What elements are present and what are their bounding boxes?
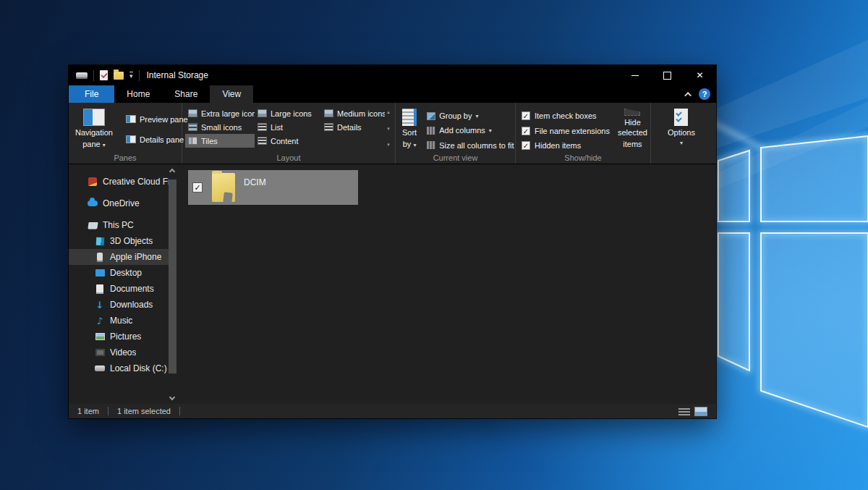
layout-details-button[interactable]: Details <box>321 120 385 134</box>
title-bar: ▾ Internal Storage ✕ <box>69 65 716 85</box>
sidebar-item-pictures[interactable]: Pictures <box>69 329 169 345</box>
sort-by-button[interactable]: Sort by ▾ <box>399 106 420 151</box>
sidebar-item-music[interactable]: ♪ Music <box>69 313 169 329</box>
gallery-more-icon[interactable]: ▾ <box>387 142 390 148</box>
layout-list-button[interactable]: List <box>255 120 321 134</box>
details-view-toggle-icon[interactable] <box>678 407 690 415</box>
scroll-down-icon[interactable] <box>169 394 175 400</box>
details-pane-button[interactable]: Details pane <box>122 132 192 146</box>
close-button[interactable]: ✕ <box>684 65 716 85</box>
sidebar-item-downloads[interactable]: ↓ Downloads <box>69 297 169 313</box>
titlebar-separator <box>93 70 94 81</box>
file-list-area[interactable]: ✓ DCIM <box>179 165 716 404</box>
status-divider <box>108 407 109 415</box>
gallery-scroll-up-icon[interactable]: ▴ <box>387 109 390 115</box>
show-hide-group-label: Show/hide <box>516 153 650 162</box>
item-checkbox-checked-icon[interactable]: ✓ <box>192 182 203 193</box>
customize-toolbar-icon[interactable]: ▾ <box>129 72 133 80</box>
layout-tiles-button[interactable]: Tiles <box>185 134 255 148</box>
help-icon[interactable]: ? <box>699 88 710 100</box>
pictures-icon <box>95 332 105 342</box>
sidebar-item-videos[interactable]: Videos <box>69 345 169 360</box>
add-columns-icon <box>427 127 435 135</box>
sidebar-item-apple-iphone[interactable]: Apple iPhone <box>69 249 169 265</box>
window-title: Internal Storage <box>147 70 208 80</box>
window-controls: ✕ <box>618 65 716 85</box>
dropdown-caret-icon: ▾ <box>680 140 683 147</box>
folder-icon <box>212 173 235 202</box>
file-name: DCIM <box>244 177 266 187</box>
layout-group-label: Layout <box>182 153 395 162</box>
layout-small-icons-button[interactable]: Small icons <box>185 120 255 134</box>
this-pc-icon <box>88 221 98 230</box>
add-columns-button[interactable]: Add columns ▾ <box>423 124 517 137</box>
options-icon <box>674 109 688 126</box>
videos-icon <box>95 348 105 358</box>
hidden-items-checkbox[interactable]: ✓ Hidden items <box>519 139 610 152</box>
layout-content-button[interactable]: Content <box>255 134 321 148</box>
thumbnail-view-toggle-icon[interactable] <box>694 407 707 416</box>
hide-selected-items-button[interactable]: Hide selected items <box>614 106 651 151</box>
new-folder-icon[interactable] <box>114 72 124 80</box>
desktop-icon <box>95 269 105 278</box>
preview-pane-icon <box>126 115 136 123</box>
layout-large-icons-button[interactable]: Large icons <box>255 106 321 120</box>
group-by-button[interactable]: Group by ▾ <box>423 109 517 122</box>
selection-count: 1 item selected <box>117 407 171 415</box>
creative-cloud-icon <box>88 177 98 187</box>
options-button[interactable]: Options ▾ <box>664 106 699 151</box>
drive-icon <box>76 72 88 79</box>
layout-medium-icons-button[interactable]: Medium icons <box>321 106 385 120</box>
gallery-scroll-down-icon[interactable]: ▾ <box>387 126 390 132</box>
dropdown-caret-icon: ▾ <box>103 142 106 148</box>
file-tile-dcim[interactable]: ✓ DCIM <box>188 170 358 205</box>
tab-file[interactable]: File <box>69 85 114 103</box>
dropdown-caret-icon: ▾ <box>489 127 492 134</box>
tab-share[interactable]: Share <box>162 85 210 103</box>
details-icon <box>324 123 333 131</box>
sidebar-item-desktop[interactable]: Desktop <box>69 265 169 281</box>
ribbon-group-current-view: Sort by ▾ Group by ▾ Add columns ▾ Size … <box>396 103 516 164</box>
tab-home[interactable]: Home <box>114 85 162 103</box>
properties-icon[interactable] <box>100 70 108 80</box>
sidebar-item-onedrive[interactable]: OneDrive <box>69 195 169 211</box>
sidebar-item-documents[interactable]: Documents <box>69 281 169 297</box>
extra-large-icons-icon <box>188 109 197 117</box>
tab-view[interactable]: View <box>210 85 253 103</box>
minimize-button[interactable] <box>618 65 651 85</box>
checkbox-checked-icon[interactable]: ✓ <box>522 111 530 120</box>
music-note-icon: ♪ <box>95 316 105 326</box>
sidebar-item-local-disk-c[interactable]: Local Disk (C:) <box>69 360 169 376</box>
checkbox-checked-icon[interactable]: ✓ <box>522 141 530 150</box>
downloads-icon: ↓ <box>95 300 105 310</box>
group-by-icon <box>427 112 435 120</box>
minimize-ribbon-icon[interactable] <box>684 91 692 98</box>
dropdown-caret-icon: ▾ <box>413 142 416 148</box>
navigation-pane-button[interactable]: Navigation pane ▾ <box>72 106 116 151</box>
scroll-up-icon[interactable] <box>169 169 175 174</box>
sidebar-scrollbar[interactable] <box>169 166 176 402</box>
layout-gallery-scrollbar[interactable]: ▴ ▾ ▾ <box>385 106 392 152</box>
large-icons-icon <box>258 109 267 117</box>
phone-icon <box>95 253 105 262</box>
3d-objects-icon <box>95 237 105 246</box>
checkbox-checked-icon[interactable]: ✓ <box>522 127 530 135</box>
sidebar-item-3d-objects[interactable]: 3D Objects <box>69 233 169 249</box>
medium-icons-icon <box>324 109 333 117</box>
sidebar-item-this-pc[interactable]: This PC <box>69 217 169 233</box>
item-check-boxes-checkbox[interactable]: ✓ Item check boxes <box>519 109 610 122</box>
sort-by-icon <box>402 109 417 126</box>
scrollbar-thumb[interactable] <box>169 179 176 373</box>
content-icon <box>258 137 267 145</box>
onedrive-cloud-icon <box>88 199 98 208</box>
size-all-columns-button[interactable]: Size all columns to fit <box>423 139 517 152</box>
ribbon-view-panel: Navigation pane ▾ Preview pane Details p… <box>69 103 716 164</box>
file-name-extensions-checkbox[interactable]: ✓ File name extensions <box>519 124 610 138</box>
main-area: Creative Cloud Files OneDrive This PC 3D… <box>69 165 716 404</box>
layout-extra-large-icons-button[interactable]: Extra large icons <box>185 106 255 120</box>
documents-icon <box>95 284 105 294</box>
sidebar-item-creative-cloud-files[interactable]: Creative Cloud Files <box>69 174 169 190</box>
preview-pane-button[interactable]: Preview pane <box>122 112 192 126</box>
status-divider <box>179 407 180 415</box>
maximize-button[interactable] <box>651 65 684 85</box>
